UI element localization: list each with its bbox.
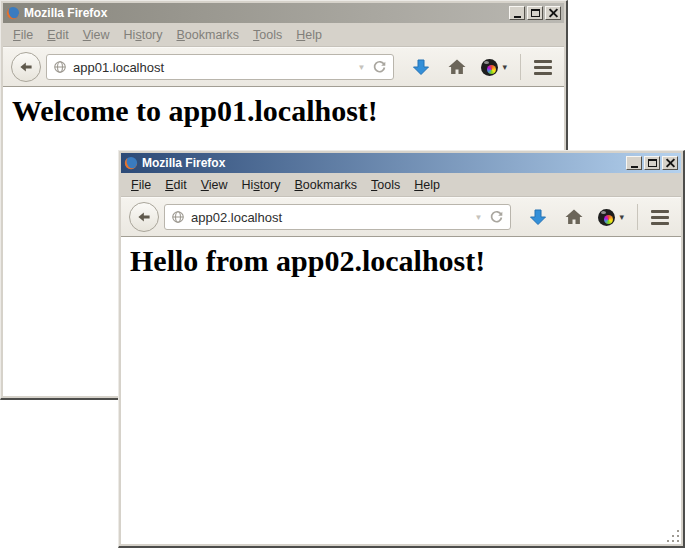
site-identity-globe-icon[interactable] [53,60,67,74]
menu-bookmarks[interactable]: Bookmarks [295,178,358,192]
menu-bookmarks[interactable]: Bookmarks [177,28,240,42]
close-icon [549,9,558,18]
lens-icon [481,59,498,76]
toolbar-separator [637,204,638,230]
title-bar[interactable]: Mozilla Firefox [3,3,564,23]
minimize-icon [514,16,521,18]
menu-edit[interactable]: Edit [165,178,187,192]
url-bar[interactable]: ▼ [164,204,511,230]
url-dropdown-icon[interactable]: ▼ [475,213,483,222]
firefox-icon [6,6,20,20]
back-button[interactable] [129,202,159,232]
resize-grip[interactable] [667,530,681,544]
extension-button[interactable]: ▾ [598,209,624,226]
menu-file[interactable]: File [13,28,33,42]
back-arrow-icon [136,209,152,225]
close-button[interactable] [545,6,561,20]
title-bar[interactable]: Mozilla Firefox [121,153,681,173]
maximize-icon [531,9,540,17]
maximize-button[interactable] [527,6,543,20]
page-content: Hello from app02.localhost! [121,237,681,544]
back-arrow-icon [18,59,34,75]
window-controls [509,6,561,20]
menu-help[interactable]: Help [414,178,440,192]
menu-view[interactable]: View [201,178,228,192]
menu-view[interactable]: View [83,28,110,42]
firefox-icon [124,156,138,170]
window-title: Mozilla Firefox [142,156,626,170]
url-input[interactable] [73,60,354,75]
minimize-button[interactable] [509,6,525,20]
home-icon[interactable] [447,57,467,77]
lens-icon [598,209,615,226]
home-icon[interactable] [564,207,584,227]
navigation-toolbar: ▼ ▾ [3,47,564,87]
menu-bar: File Edit View History Bookmarks Tools H… [121,173,681,197]
caret-down-icon: ▾ [619,212,624,222]
firefox-window-app02: Mozilla Firefox File Edit View History B… [118,150,685,548]
navigation-toolbar: ▼ ▾ [121,197,681,237]
menu-history[interactable]: History [124,28,163,42]
menu-help[interactable]: Help [296,28,322,42]
menu-tools[interactable]: Tools [253,28,282,42]
minimize-icon [631,166,638,168]
back-button[interactable] [11,52,41,82]
toolbar-separator [520,54,521,80]
reload-icon[interactable] [489,210,504,225]
minimize-button[interactable] [626,156,642,170]
caret-down-icon: ▾ [502,62,507,72]
reload-icon[interactable] [372,60,387,75]
url-bar[interactable]: ▼ [46,54,394,80]
menu-bar: File Edit View History Bookmarks Tools H… [3,23,564,47]
maximize-button[interactable] [644,156,660,170]
maximize-icon [648,159,657,167]
close-icon [666,159,675,168]
url-input[interactable] [191,210,471,225]
hamburger-menu-icon[interactable] [651,210,669,225]
page-heading: Hello from app02.localhost! [121,237,681,278]
close-button[interactable] [662,156,678,170]
url-dropdown-icon[interactable]: ▼ [358,63,366,72]
download-icon[interactable] [528,207,548,227]
desktop: Mozilla Firefox File Edit View History B… [0,0,688,551]
extension-button[interactable]: ▾ [481,59,507,76]
window-title: Mozilla Firefox [24,6,509,20]
menu-file[interactable]: File [131,178,151,192]
menu-history[interactable]: History [242,178,281,192]
window-controls [626,156,678,170]
menu-tools[interactable]: Tools [371,178,400,192]
menu-edit[interactable]: Edit [47,28,69,42]
hamburger-menu-icon[interactable] [534,60,552,75]
site-identity-globe-icon[interactable] [171,210,185,224]
download-icon[interactable] [411,57,431,77]
page-heading: Welcome to app01.localhost! [3,87,564,128]
